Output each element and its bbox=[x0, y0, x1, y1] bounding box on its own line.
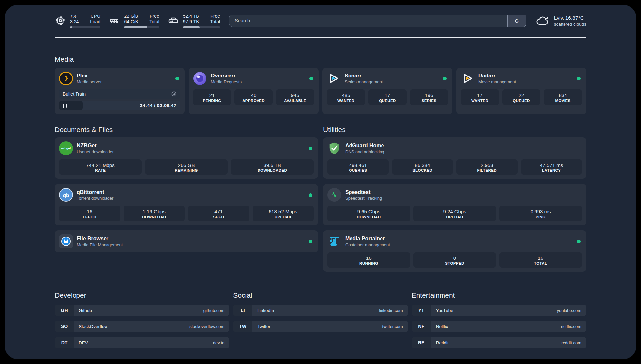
stat-movies: 834 MOVIES bbox=[544, 89, 582, 105]
app-card-adguard[interactable]: AdGuard Home DNS and adblocking 498,461 … bbox=[323, 137, 586, 179]
app-card-radarr[interactable]: Radarr Movie management 17 WANTED 22 QUE… bbox=[456, 68, 586, 114]
memory-progress-track bbox=[124, 26, 159, 28]
bookmark-stackoverflow[interactable]: SO StackOverflow stackoverflow.com bbox=[55, 321, 229, 332]
stat-label: TOTAL bbox=[501, 261, 581, 265]
bookmark-name: Github bbox=[79, 308, 92, 313]
stat-value: 16 bbox=[501, 255, 581, 261]
stat-label: DOWNLOAD bbox=[329, 215, 409, 219]
app-card-portainer[interactable]: Media Portainer Container management 16 … bbox=[323, 230, 586, 272]
stat-value: 471 bbox=[189, 208, 248, 215]
status-dot-online bbox=[175, 77, 179, 80]
app-card-overseerr[interactable]: Overseerr Media Requests 21 PENDING 40 A… bbox=[189, 68, 319, 114]
stat-value: 2,953 bbox=[458, 162, 516, 168]
app-name: Media Portainer bbox=[345, 235, 573, 242]
stat-upload: 9.24 Gbps UPLOAD bbox=[413, 206, 496, 221]
bookmark-github[interactable]: GH Github github.com bbox=[55, 305, 229, 316]
stat-label: MOVIES bbox=[545, 99, 581, 103]
app-card-plex[interactable]: Plex Media server Bullet Train bbox=[55, 68, 185, 114]
stat-label: UPLOAD bbox=[415, 215, 495, 219]
sonarr-icon bbox=[327, 72, 341, 85]
stat-label: AVAILABLE bbox=[277, 99, 313, 103]
app-subtitle: DNS and adblocking bbox=[345, 149, 582, 155]
stat-label: SEED bbox=[189, 215, 248, 219]
playback-time: 24:44 / 02:06:47 bbox=[140, 103, 176, 108]
stat-label: QUERIES bbox=[329, 168, 387, 172]
memory-metric: 22 GiB Free 64 GiB Total bbox=[109, 14, 159, 28]
disk-free-label: Free bbox=[210, 14, 220, 19]
app-card-nzbget[interactable]: nzbget NZBGet Usenet downloader 744.21 M… bbox=[55, 137, 318, 179]
playback-progress-bar[interactable]: 24:44 / 02:06:47 bbox=[59, 101, 180, 110]
stat-value: 945 bbox=[277, 92, 313, 98]
stat-queries: 498,461 QUERIES bbox=[327, 159, 389, 175]
bookmark-dev[interactable]: DT DEV dev.to bbox=[55, 337, 229, 348]
session-settings-icon[interactable] bbox=[171, 91, 177, 97]
app-card-qbittorrent[interactable]: qb qBittorrent Torrent downloader 16 LEE… bbox=[55, 184, 318, 225]
stat-label: FILTERED bbox=[458, 168, 516, 172]
section-title-developer: Developer bbox=[55, 291, 229, 299]
qbittorrent-icon: qb bbox=[59, 188, 73, 202]
bookmark-abbr: NF bbox=[412, 321, 431, 332]
app-subtitle: Media server bbox=[77, 79, 171, 85]
stat-ping: 0.993 ms PING bbox=[499, 206, 582, 221]
app-subtitle: Speedtest Tracking bbox=[345, 196, 582, 201]
stat-value: 22 bbox=[504, 92, 539, 98]
bookmark-name: DEV bbox=[79, 340, 88, 345]
nzbget-icon-text: nzbget bbox=[61, 147, 71, 150]
stat-available: 945 AVAILABLE bbox=[276, 89, 314, 105]
bookmark-abbr: YT bbox=[412, 305, 431, 316]
stat-value: 9.65 Gbps bbox=[329, 208, 409, 215]
stat-value: 9.24 Gbps bbox=[415, 208, 495, 215]
bookmark-url: reddit.com bbox=[561, 340, 581, 345]
cpu-metric: 7% CPU 3.24 Load bbox=[55, 14, 100, 28]
stat-label: RATE bbox=[60, 168, 140, 172]
bookmark-url: dev.to bbox=[213, 340, 224, 345]
section-title-utilities: Utilities bbox=[323, 126, 586, 134]
stat-label: APPROVED bbox=[236, 99, 271, 103]
status-dot-online bbox=[577, 77, 581, 80]
playback-elapsed-fill bbox=[59, 101, 83, 110]
app-card-speedtest[interactable]: Speedtest Speedtest Tracking 9.65 Gbps D… bbox=[323, 184, 586, 225]
bookmark-group-entertainment: Entertainment YT YouTube youtube.com NF … bbox=[412, 291, 586, 353]
section-title-social: Social bbox=[233, 291, 408, 299]
status-dot-online bbox=[309, 147, 312, 150]
app-subtitle: Media Requests bbox=[211, 79, 305, 85]
stat-queued: 22 QUEUED bbox=[502, 89, 540, 105]
stat-value: 17 bbox=[370, 92, 405, 98]
app-card-sonarr[interactable]: Sonarr Series management 485 WANTED 17 Q… bbox=[322, 68, 452, 114]
bookmark-abbr: LI bbox=[233, 305, 252, 316]
stat-label: SERIES bbox=[411, 99, 447, 103]
weather-location-temp: Lviv, 16.87°C bbox=[554, 15, 586, 21]
pause-icon[interactable] bbox=[63, 104, 67, 108]
bookmark-youtube[interactable]: YT YouTube youtube.com bbox=[412, 305, 586, 316]
bookmark-netflix[interactable]: NF Netflix netflix.com bbox=[412, 321, 586, 332]
stat-value: 834 bbox=[545, 92, 581, 98]
memory-free-label: Free bbox=[149, 14, 159, 19]
stat-stopped: 0 STOPPED bbox=[413, 252, 496, 268]
cpu-progress-track bbox=[70, 26, 100, 28]
bookmark-linkedin[interactable]: LI LinkedIn linkedin.com bbox=[233, 305, 408, 316]
bookmark-group-social: Social LI LinkedIn linkedin.com TW Twitt… bbox=[233, 291, 408, 353]
bookmark-reddit[interactable]: RE Reddit reddit.com bbox=[412, 337, 586, 348]
plex-now-playing: Bullet Train 24:44 / 02:06:47 bbox=[59, 89, 180, 110]
app-name: File Browser bbox=[77, 235, 305, 242]
stat-leech: 16 LEECH bbox=[59, 206, 120, 221]
app-card-filebrowser[interactable]: File Browser Media File Management bbox=[55, 230, 318, 252]
stat-value: 0.993 ms bbox=[501, 208, 581, 215]
bookmark-abbr: DT bbox=[55, 337, 74, 348]
media-grid: Plex Media server Bullet Train bbox=[55, 68, 586, 114]
search-engine-button[interactable]: G bbox=[507, 15, 526, 27]
bookmark-url: youtube.com bbox=[557, 308, 581, 313]
stat-value: 16 bbox=[329, 255, 409, 261]
app-name: Speedtest bbox=[345, 189, 582, 196]
header-divider bbox=[55, 37, 586, 38]
stat-value: 17 bbox=[462, 92, 498, 98]
stat-downloaded: 39.6 TB DOWNLOADED bbox=[231, 159, 314, 175]
stat-label: QUEUED bbox=[504, 99, 539, 103]
bookmark-twitter[interactable]: TW Twitter twitter.com bbox=[233, 321, 408, 332]
bookmark-abbr: TW bbox=[233, 321, 252, 332]
stat-label: PING bbox=[501, 215, 581, 219]
disk-progress-fill bbox=[183, 26, 200, 28]
search-input[interactable] bbox=[229, 15, 507, 27]
stat-seed: 471 SEED bbox=[188, 206, 249, 221]
stat-wanted: 485 WANTED bbox=[327, 89, 365, 105]
